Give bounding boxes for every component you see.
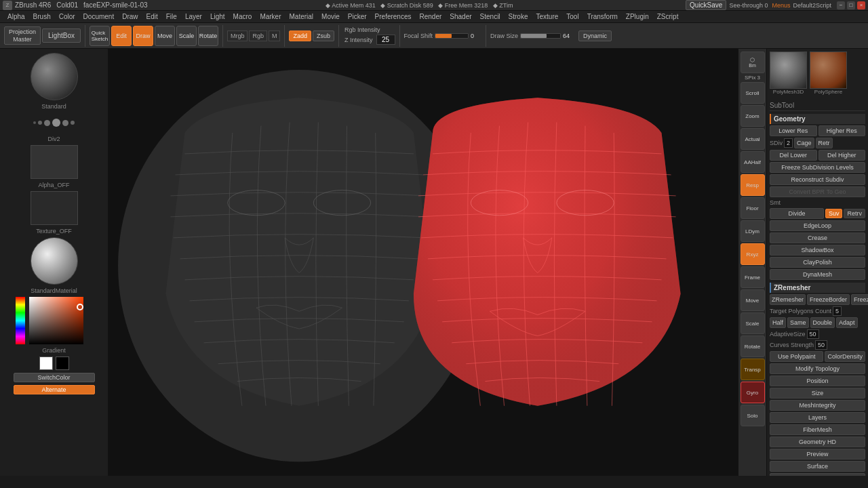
projection-master-button[interactable]: ProjectionMaster (4, 26, 41, 45)
dyna-mesh-button[interactable]: DynaMesh (770, 269, 865, 280)
menu-zscript[interactable]: ZScript (654, 12, 682, 21)
zoom-button[interactable]: Zoom (741, 105, 765, 127)
scale-button-toolbar[interactable]: Scale (176, 26, 197, 46)
menu-transform[interactable]: Transform (584, 12, 621, 21)
layers-button[interactable]: Layers (770, 412, 865, 423)
rotate-button-toolbar[interactable]: Rotate (198, 26, 218, 46)
draw-size-slider[interactable] (520, 33, 561, 39)
freeze-subdivision-button[interactable]: Freeze SubDivision Levels (770, 162, 865, 173)
sdiv-value[interactable]: 2 (784, 138, 793, 148)
dynamic-button[interactable]: Dynamic (578, 30, 612, 41)
color-saturation-brightness[interactable] (29, 297, 83, 344)
m-button[interactable]: M (269, 30, 281, 41)
convert-bpr-button[interactable]: Convert BPR To Geo (770, 186, 865, 197)
freeze-groups-button[interactable]: FreezeGroups (851, 294, 868, 305)
menu-texture[interactable]: Texture (532, 12, 561, 21)
menu-light[interactable]: Light (207, 12, 229, 21)
z-intensity-value[interactable]: 25 (376, 35, 395, 45)
menu-macro[interactable]: Macro (230, 12, 256, 21)
modify-topology-button[interactable]: Modify Topology (770, 363, 865, 374)
menu-color[interactable]: Color (56, 12, 79, 21)
resp-button[interactable]: Resp (741, 174, 765, 196)
menu-movie[interactable]: Movie (318, 12, 343, 21)
mrgb-button[interactable]: Mrgb (227, 30, 248, 41)
menu-shader[interactable]: Shader (446, 12, 475, 21)
divide-button[interactable]: Divide (770, 208, 824, 219)
canvas-area[interactable] (108, 49, 738, 476)
color-density-button[interactable]: ColorDensity (825, 351, 865, 362)
polymesh-preview[interactable] (770, 52, 807, 89)
menu-render[interactable]: Render (416, 12, 446, 21)
edge-loop-button[interactable]: EdgeLoop (770, 220, 865, 231)
menu-edit[interactable]: Edit (143, 12, 161, 21)
menu-layer[interactable]: Layer (182, 12, 205, 21)
bm-button[interactable]: ⬡ Bm (741, 52, 765, 73)
foreground-color[interactable] (39, 357, 53, 370)
double-button[interactable]: Double (810, 317, 835, 328)
lower-res-button[interactable]: Lower Res (770, 125, 817, 136)
geometry-hd-button[interactable]: Geometry HD (770, 436, 865, 447)
floor-button[interactable]: Floor (741, 197, 765, 219)
preview-button[interactable]: Preview (770, 449, 865, 460)
menu-alpha[interactable]: Alpha (4, 12, 28, 21)
hue-slider[interactable] (16, 297, 25, 344)
quick-sketch-button[interactable]: QuickSketch (90, 26, 110, 46)
deformation-button[interactable]: Deformation (770, 473, 865, 476)
focal-shift-slider[interactable] (435, 33, 469, 39)
surface-button[interactable]: Surface (770, 461, 865, 472)
menu-stroke[interactable]: Stroke (505, 12, 532, 21)
menu-material[interactable]: Material (286, 12, 317, 21)
menu-picker[interactable]: Picker (344, 12, 370, 21)
zremesher-button[interactable]: ZRemesher (770, 294, 806, 305)
half-button[interactable]: Half (770, 317, 786, 328)
menu-preferences[interactable]: Preferences (372, 12, 415, 21)
maximize-button[interactable]: □ (847, 1, 855, 9)
size-button[interactable]: Size (770, 388, 865, 399)
geometry-section-header[interactable]: Geometry (770, 114, 865, 124)
alpha-preview[interactable] (31, 145, 78, 179)
scale-rt-button[interactable]: Scale (741, 312, 765, 334)
clay-polish-button[interactable]: ClayPolish (770, 257, 865, 268)
fiber-mesh-button[interactable]: FiberMesh (770, 424, 865, 435)
adaptive-size-value[interactable]: 50 (807, 329, 819, 339)
menus-button[interactable]: Menus (772, 2, 790, 9)
menu-marker[interactable]: Marker (256, 12, 284, 21)
freeze-border-button[interactable]: FreezeBorder (807, 294, 850, 305)
background-color[interactable] (56, 357, 69, 370)
close-button[interactable]: × (857, 1, 865, 9)
menu-zplugin[interactable]: ZPlugin (623, 12, 652, 21)
zremesher-section-header[interactable]: ZRemesher (770, 283, 865, 293)
gyro-button[interactable]: Gyro (741, 382, 765, 403)
rotate-rt-button[interactable]: Rotate (741, 336, 765, 357)
same-button[interactable]: Same (787, 317, 809, 328)
move-rt-button[interactable]: Move (741, 289, 765, 311)
menu-brush[interactable]: Brush (30, 12, 54, 21)
scroll-button[interactable]: Scroll (741, 82, 765, 104)
move-button-toolbar[interactable]: Move (155, 26, 175, 46)
zsub-button[interactable]: Zsub (313, 30, 334, 41)
color-picker[interactable] (10, 297, 98, 344)
del-lower-button[interactable]: Del Lower (770, 150, 817, 161)
use-polypaint-button[interactable]: Use Polypaint (770, 351, 823, 362)
zadd-button[interactable]: Zadd (289, 30, 311, 41)
shadowbox-button[interactable]: ShadowBox (770, 245, 865, 256)
suv-button[interactable]: Suv (825, 209, 843, 218)
menu-tool[interactable]: Tool (563, 12, 582, 21)
alternate-button[interactable]: Alternate (14, 385, 95, 394)
minimize-button[interactable]: − (837, 1, 845, 9)
lightbox-button[interactable]: LightBox (42, 28, 81, 43)
position-button[interactable]: Position (770, 375, 865, 386)
texture-preview[interactable] (31, 191, 78, 225)
mesh-integrity-button[interactable]: MeshIntegrity (770, 400, 865, 411)
cage-button[interactable]: Cage (794, 138, 814, 148)
quick-save-button[interactable]: QuickSave (686, 0, 726, 10)
retr-button[interactable]: Retr (816, 138, 833, 148)
material-ball[interactable] (31, 237, 78, 285)
crease-button[interactable]: Crease (770, 232, 865, 243)
transp-button[interactable]: Transp (741, 359, 765, 380)
target-polygons-value[interactable]: 5 (833, 306, 842, 316)
frame-button[interactable]: Frame (741, 266, 765, 288)
solo-button[interactable]: Solo (741, 405, 765, 426)
switch-color-button[interactable]: SwitchColor (14, 373, 95, 382)
actual-button[interactable]: Actual (741, 128, 765, 150)
